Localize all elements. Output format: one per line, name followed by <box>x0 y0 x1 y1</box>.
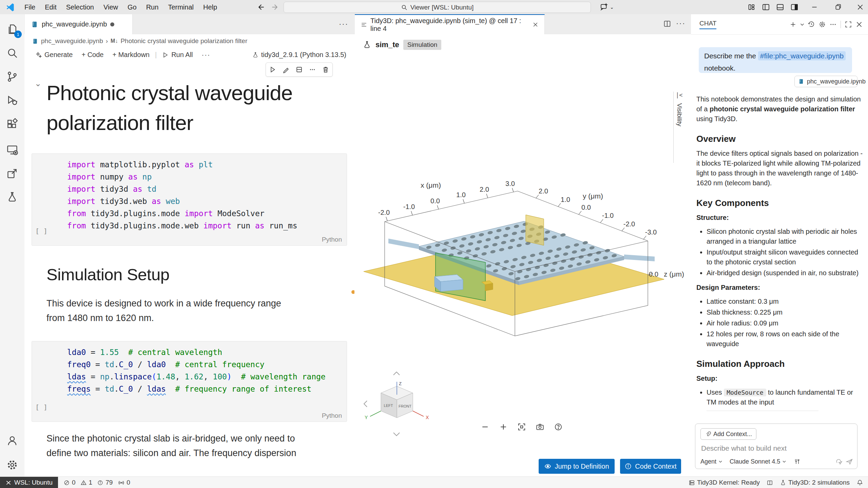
ports-indicator[interactable]: 0 <box>118 479 130 486</box>
help-icon[interactable] <box>552 421 565 433</box>
split-editor-icon[interactable] <box>663 20 671 28</box>
menu-item-go[interactable]: Go <box>123 3 141 11</box>
add-markdown-button[interactable]: + Markdown <box>109 51 153 59</box>
menu-item-run[interactable]: Run <box>141 3 163 11</box>
rotate-down-icon[interactable] <box>393 433 400 436</box>
close-window-button[interactable] <box>852 0 868 14</box>
minimize-button[interactable] <box>807 0 822 14</box>
sidebar-item-testing[interactable] <box>4 189 20 205</box>
zoom-in-icon[interactable] <box>497 421 510 433</box>
cell-language-label[interactable]: Python <box>322 236 342 243</box>
code-editor[interactable]: lda0 = 1.55 # central wavelengthfreq0 = … <box>67 346 347 395</box>
code-context-button[interactable]: Code Context <box>620 459 681 474</box>
back-icon[interactable] <box>256 3 265 11</box>
navigation-cube[interactable]: LEFT FRONT Z X Y <box>365 381 429 420</box>
code-cell-parameters[interactable]: lda0 = 1.55 # central wavelengthfreq0 = … <box>32 341 347 422</box>
generate-button[interactable]: Generate <box>32 51 76 59</box>
menu-item-selection[interactable]: Selection <box>61 3 99 11</box>
attachment-chip[interactable]: phc_waveguide.ipynb <box>794 76 857 87</box>
toggle-secondary-sidebar-icon[interactable] <box>790 3 798 11</box>
kernel-picker[interactable]: tidy3d_2.9.1 (Python 3.13.5) <box>249 51 350 59</box>
code-line[interactable]: import matplotlib.pyplot as plt <box>67 158 347 171</box>
code-line[interactable]: from tidy3d.plugins.mode import ModeSolv… <box>67 207 347 220</box>
chat-history-icon[interactable] <box>806 19 817 30</box>
forward-icon[interactable] <box>271 3 279 11</box>
chat-input-box[interactable]: Add Context... Describe what to build ne… <box>695 424 857 469</box>
add-context-button[interactable]: Add Context... <box>700 428 756 440</box>
menu-item-file[interactable]: File <box>20 3 40 11</box>
menu-item-help[interactable]: Help <box>198 3 222 11</box>
breadcrumb-file[interactable]: phc_waveguide.ipynb <box>41 37 103 45</box>
code-line[interactable]: freqs = td.C_0 / ldas # frequency range … <box>67 383 347 395</box>
accounts-icon[interactable] <box>4 432 20 449</box>
screenshot-icon[interactable] <box>533 421 547 433</box>
code-line[interactable]: import numpy as np <box>67 171 347 183</box>
edit-cell-icon[interactable] <box>282 66 290 73</box>
code-line[interactable]: freq0 = td.C_0 / lda0 # central frequenc… <box>67 358 347 371</box>
rotate-left-icon[interactable] <box>364 401 367 407</box>
menu-item-terminal[interactable]: Terminal <box>163 3 198 11</box>
delete-cell-icon[interactable] <box>322 66 329 73</box>
code-line[interactable]: ldas = np.linspace(1.48, 1.62, 100) # wa… <box>67 371 347 383</box>
restore-button[interactable] <box>830 0 846 14</box>
copilot-icon[interactable] <box>600 3 609 12</box>
add-code-button[interactable]: + Code <box>78 51 107 59</box>
code-line[interactable]: from tidy3d.plugins.mode.web import run … <box>67 220 347 232</box>
sidebar-item-tidy3d[interactable] <box>4 165 20 182</box>
code-cell-imports[interactable]: import matplotlib.pyplot as pltimport nu… <box>32 153 347 246</box>
voice-chat-icon[interactable] <box>835 458 843 465</box>
chat-settings-gear-icon[interactable] <box>817 19 828 30</box>
collapse-chevron-icon[interactable]: ⌄ <box>35 79 41 88</box>
toolbar-more-icon[interactable]: ··· <box>198 51 214 59</box>
chat-more-icon[interactable] <box>828 19 838 30</box>
kernel-status[interactable]: Tidy3D Kernel: Ready <box>689 479 760 486</box>
send-icon[interactable] <box>846 458 853 465</box>
problems-indicator[interactable]: 0 1 79 <box>63 479 113 486</box>
menu-item-view[interactable]: View <box>99 3 123 11</box>
sidebar-item-source-control[interactable] <box>4 69 20 85</box>
run-all-button[interactable]: Run All <box>159 51 196 59</box>
breadcrumb[interactable]: phc_waveguide.ipynb › M↓ Photonic crysta… <box>24 34 354 48</box>
code-line[interactable]: lda0 = 1.55 # central wavelength <box>67 346 347 358</box>
chat-input-placeholder[interactable]: Describe what to build next <box>701 444 787 452</box>
sidebar-item-run-debug[interactable] <box>4 92 20 109</box>
rotate-up-icon[interactable] <box>393 372 400 375</box>
fit-view-icon[interactable] <box>515 421 528 433</box>
simulations-status[interactable]: Tidy3D: 2 simulations <box>780 479 850 486</box>
sidebar-item-remote-explorer[interactable] <box>4 142 20 158</box>
settings-gear-icon[interactable] <box>4 457 20 473</box>
close-tab-icon[interactable] <box>533 22 538 27</box>
tab-bar-more-icon[interactable]: ··· <box>339 20 348 29</box>
zoom-out-icon[interactable] <box>478 421 492 433</box>
copilot-chevron-icon[interactable]: ⌄ <box>610 4 614 10</box>
notifications-bell-icon[interactable] <box>856 479 863 486</box>
code-line[interactable]: import tidy3d.web as web <box>67 195 347 207</box>
close-panel-icon[interactable] <box>854 19 865 30</box>
new-chat-chevron-icon[interactable] <box>798 19 806 30</box>
sidebar-item-search[interactable] <box>4 45 20 61</box>
code-editor[interactable]: import matplotlib.pyplot as pltimport nu… <box>67 158 347 232</box>
run-cell-icon[interactable] <box>269 66 276 73</box>
cell-language-label[interactable]: Python <box>322 412 342 419</box>
editor-actions-more-icon[interactable]: ··· <box>676 19 686 28</box>
file-reference-chip[interactable]: #file:phc_waveguide.ipynb <box>758 51 846 60</box>
command-center-search[interactable]: Viewer [WSL: Ubuntu] <box>284 2 591 13</box>
visibility-panel-tab[interactable]: |< Visibility <box>673 92 685 163</box>
viewport-3d[interactable]: -2.0-1.00.01.02.03.0 2.01.00.0-1.0-2.0-3… <box>354 55 691 456</box>
editor-layout-icon[interactable] <box>767 480 773 486</box>
maximize-panel-icon[interactable] <box>843 19 854 30</box>
remote-indicator[interactable]: WSL: Ubuntu <box>0 477 58 488</box>
chat-panel-title[interactable]: CHAT <box>699 20 716 29</box>
jump-to-definition-button[interactable]: Jump to Definition <box>539 459 615 474</box>
new-chat-icon[interactable] <box>788 19 798 30</box>
agent-mode-dropdown[interactable]: Agent <box>700 458 723 465</box>
toggle-sidebar-icon[interactable] <box>762 3 770 11</box>
customize-layout-icon[interactable] <box>748 3 756 11</box>
sidebar-item-explorer[interactable]: 1 <box>4 21 20 37</box>
modified-dot-icon[interactable] <box>110 22 114 26</box>
toggle-panel-icon[interactable] <box>776 3 784 11</box>
breadcrumb-section[interactable]: Photonic crystal waveguide polarization … <box>120 37 247 45</box>
tab-tidy3d-viewer[interactable]: Tidy3D: phc_waveguide.ipynb (sim_te) @ c… <box>355 14 545 34</box>
model-picker-dropdown[interactable]: Claude Sonnet 4.5 <box>730 458 787 465</box>
tools-icon[interactable] <box>793 458 800 465</box>
